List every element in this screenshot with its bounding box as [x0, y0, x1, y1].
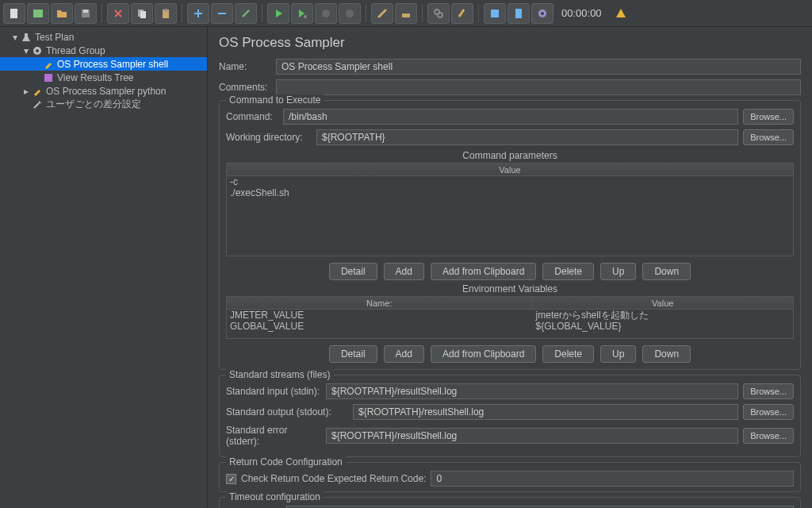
function-helper-icon[interactable] [484, 3, 506, 24]
browse-stdin-button[interactable]: Browse... [743, 383, 794, 399]
warning-icon[interactable] [610, 3, 632, 24]
new-icon[interactable] [3, 3, 25, 24]
env-heading: Environment Variables [226, 283, 794, 294]
toolbar: 00:00:00 [0, 0, 812, 27]
svg-rect-0 [10, 9, 17, 18]
add-button[interactable]: Add [384, 345, 424, 363]
params-body[interactable]: -c ./execShell.sh [227, 176, 793, 256]
start-icon[interactable] [267, 3, 289, 24]
add-clipboard-button[interactable]: Add from Clipboard [431, 263, 536, 280]
start-no-pause-icon[interactable] [291, 3, 313, 24]
stop-icon[interactable] [315, 3, 337, 24]
tree-spacer [22, 101, 30, 109]
section-title: Timeout configuration [226, 491, 324, 502]
value-column: Value [227, 164, 793, 175]
toggle-icon[interactable] [235, 3, 257, 24]
svg-rect-5 [140, 11, 146, 18]
down-button[interactable]: Down [642, 345, 691, 363]
toolbar-separator [262, 5, 262, 22]
browse-stderr-button[interactable]: Browse... [743, 428, 794, 444]
toolbar-separator [478, 5, 479, 22]
chevron-down-icon: ▾ [11, 33, 19, 41]
tree-item-label: View Results Tree [57, 72, 134, 83]
param-cell: ./execShell.sh [227, 187, 793, 198]
reset-search-icon[interactable] [451, 3, 473, 24]
save-icon[interactable] [75, 3, 97, 24]
detail-button[interactable]: Detail [329, 345, 377, 363]
wd-input[interactable] [316, 129, 738, 145]
toolbar-separator [422, 5, 423, 22]
search-icon[interactable] [427, 3, 450, 24]
chevron-down-icon: ▾ [22, 47, 30, 55]
section-title: Standard streams (files) [226, 369, 333, 380]
gear-icon[interactable] [531, 3, 553, 24]
svg-point-10 [346, 10, 354, 17]
tree-item-user-defined[interactable]: ユーザごとの差分設定 [0, 98, 207, 111]
param-cell: -c [227, 176, 793, 187]
detail-button[interactable]: Detail [329, 263, 377, 280]
tree-item-os-sampler-python[interactable]: ▸ OS Process Sampler python [0, 84, 207, 98]
env-name-cell: GLOBAL_VALUE [227, 321, 533, 332]
svg-rect-11 [402, 13, 410, 17]
browse-stdout-button[interactable]: Browse... [743, 404, 794, 420]
timeout-section: Timeout configuration Timeout (ms) [219, 497, 801, 508]
shutdown-icon[interactable] [339, 3, 361, 24]
value-column: Value [533, 297, 793, 309]
svg-rect-1 [33, 10, 43, 17]
comments-label: Comments: [219, 82, 271, 93]
up-button[interactable]: Up [600, 263, 636, 280]
tree-item-test-plan[interactable]: ▾ Test Plan [0, 30, 207, 44]
command-section: Command to Execute Command: Browse... Wo… [219, 100, 801, 370]
browse-wd-button[interactable]: Browse... [743, 129, 794, 145]
expected-return-input[interactable] [431, 471, 794, 487]
name-input[interactable] [276, 59, 801, 75]
page-title: OS Process Sampler [219, 35, 801, 51]
stdout-label: Standard output (stdout): [226, 406, 348, 418]
delete-button[interactable]: Delete [542, 345, 594, 363]
name-label: Name: [219, 61, 271, 72]
check-return-code-checkbox[interactable]: ✓ [226, 474, 236, 484]
svg-rect-3 [83, 10, 88, 13]
wrench-icon [32, 99, 43, 110]
tree-item-os-sampler-shell[interactable]: OS Process Sampler shell [0, 57, 207, 71]
svg-point-9 [322, 10, 330, 17]
env-table: Name: Value JMETER_VALUE jmeterからshellを起… [226, 296, 794, 339]
svg-rect-7 [164, 9, 167, 11]
up-button[interactable]: Up [600, 345, 636, 363]
flask-icon [21, 32, 32, 43]
open-icon[interactable] [51, 3, 73, 24]
toolbar-separator [182, 5, 182, 22]
clear-all-icon[interactable] [395, 3, 417, 24]
svg-point-13 [438, 13, 442, 17]
templates-icon[interactable] [27, 3, 49, 24]
stderr-label: Standard error (stderr): [226, 425, 321, 447]
comments-input[interactable] [276, 79, 801, 95]
add-clipboard-button[interactable]: Add from Clipboard [431, 345, 536, 363]
cut-icon[interactable] [107, 3, 129, 24]
clear-icon[interactable] [371, 3, 393, 24]
tree-spacer [33, 60, 41, 68]
stdin-input[interactable] [326, 383, 738, 399]
down-button[interactable]: Down [642, 263, 691, 280]
stdout-input[interactable] [353, 404, 738, 420]
command-input[interactable] [283, 109, 738, 125]
help-icon[interactable] [508, 3, 530, 24]
elapsed-time: 00:00:00 [555, 7, 608, 19]
stdin-label: Standard input (stdin): [226, 386, 321, 397]
env-body[interactable]: JMETER_VALUE jmeterからshellを起動した GLOBAL_V… [227, 310, 793, 338]
stderr-input[interactable] [326, 428, 738, 444]
tree-item-view-results[interactable]: View Results Tree [0, 71, 207, 84]
paste-icon[interactable] [155, 3, 177, 24]
expand-icon[interactable] [187, 3, 209, 24]
delete-button[interactable]: Delete [542, 263, 594, 280]
browse-command-button[interactable]: Browse... [743, 109, 794, 125]
copy-icon[interactable] [131, 3, 153, 24]
svg-rect-14 [491, 10, 499, 17]
test-plan-tree: ▾ Test Plan ▾ Thread Group OS Process Sa… [0, 27, 208, 508]
svg-rect-20 [44, 74, 52, 82]
toolbar-separator [366, 5, 366, 22]
tree-item-thread-group[interactable]: ▾ Thread Group [0, 44, 207, 57]
tree-spacer [33, 74, 41, 82]
add-button[interactable]: Add [384, 263, 424, 280]
collapse-icon[interactable] [211, 3, 233, 24]
